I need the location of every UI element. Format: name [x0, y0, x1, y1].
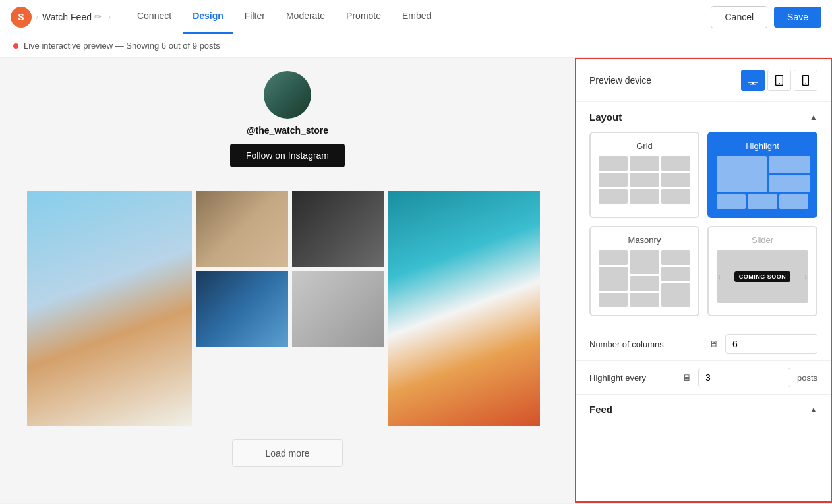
layout-option-slider[interactable]: Slider COMING SOON ‹ ›	[707, 226, 817, 316]
feed-username: @the_watch_store	[230, 125, 345, 136]
load-more-button[interactable]: Load more	[232, 439, 343, 467]
photo-cell-6	[292, 271, 384, 347]
feed-name: Watch Feed	[42, 12, 92, 22]
nav-tabs: Connect Design Filter Moderate Promote E…	[128, 0, 440, 34]
tab-embed[interactable]: Embed	[393, 0, 440, 34]
columns-setting-row: Number of columns 🖥	[576, 327, 831, 360]
photo-cell-5	[196, 271, 288, 347]
tab-connect[interactable]: Connect	[128, 0, 181, 34]
save-button[interactable]: Save	[774, 7, 821, 28]
status-text: Live interactive preview — Showing 6 out…	[24, 41, 220, 51]
layout-option-masonry[interactable]: Masonry	[589, 226, 699, 316]
layout-options: Grid Highlight	[576, 132, 831, 327]
photo-cell-1	[27, 191, 192, 426]
layout-grid-label: Grid	[599, 141, 690, 151]
photo-image-4	[388, 191, 540, 426]
slider-left-arrow: ‹	[718, 273, 720, 281]
feed-section-header[interactable]: Feed ▲	[576, 394, 831, 424]
photo-image-3	[292, 191, 384, 267]
svg-rect-1	[752, 82, 754, 84]
layout-highlight-label: Highlight	[717, 141, 808, 151]
photo-cell-3	[292, 191, 384, 267]
mini-highlight-bottom	[717, 194, 808, 209]
device-tablet-button[interactable]	[767, 70, 791, 91]
status-bar: Live interactive preview — Showing 6 out…	[0, 34, 832, 58]
mini-highlight-top	[717, 156, 808, 192]
feed-header: @the_watch_store Follow on Instagram	[230, 71, 345, 167]
main-layout: @the_watch_store Follow on Instagram	[0, 58, 832, 503]
device-mobile-button[interactable]	[794, 70, 817, 91]
photo-image-5	[196, 271, 288, 347]
photo-cell-4	[388, 191, 540, 426]
follow-instagram-button[interactable]: Follow on Instagram	[230, 144, 345, 167]
photo-grid	[27, 191, 548, 426]
columns-input[interactable]	[725, 334, 817, 354]
layout-section-title: Layout	[589, 111, 622, 123]
photo-image-1	[27, 191, 192, 426]
mini-grid-preview	[599, 156, 690, 204]
svg-point-4	[779, 83, 780, 84]
device-desktop-button[interactable]	[741, 70, 765, 91]
logo: S	[11, 7, 32, 28]
photo-image-6	[292, 271, 384, 347]
preview-device-label: Preview device	[589, 75, 651, 86]
live-indicator	[13, 43, 18, 49]
preview-device-section: Preview device	[576, 59, 831, 102]
posts-suffix: posts	[797, 373, 817, 383]
edit-icon[interactable]: ✏	[94, 12, 102, 22]
highlight-monitor-icon: 🖥	[682, 372, 692, 383]
cancel-button[interactable]: Cancel	[711, 6, 767, 28]
breadcrumb-chevron-1: ›	[36, 13, 38, 22]
tab-filter[interactable]: Filter	[235, 0, 274, 34]
mini-slider-preview: COMING SOON ‹ ›	[717, 250, 808, 303]
avatar-image	[264, 71, 311, 119]
right-panel: Preview device Layout ▲ Grid	[575, 58, 832, 503]
layout-masonry-label: Masonry	[599, 235, 690, 245]
layout-slider-label: Slider	[717, 235, 808, 245]
tab-moderate[interactable]: Moderate	[277, 0, 334, 34]
columns-label: Number of columns	[589, 339, 703, 349]
svg-point-6	[805, 83, 806, 84]
mini-masonry-preview	[599, 250, 690, 307]
device-icons	[741, 70, 817, 91]
svg-rect-0	[748, 76, 758, 82]
svg-rect-2	[750, 84, 756, 85]
columns-monitor-icon: 🖥	[709, 339, 719, 349]
layout-chevron-icon: ▲	[810, 113, 817, 122]
layout-option-highlight[interactable]: Highlight	[707, 132, 817, 218]
top-nav: S › Watch Feed ✏ › Connect Design Filter…	[0, 0, 832, 34]
photo-image-2	[196, 191, 288, 267]
tab-promote[interactable]: Promote	[337, 0, 390, 34]
highlight-every-label: Highlight every	[589, 373, 676, 383]
breadcrumb-chevron-2: ›	[108, 13, 111, 22]
photo-cell-2	[196, 191, 288, 267]
preview-panel: @the_watch_store Follow on Instagram	[0, 58, 575, 503]
slider-right-arrow: ›	[805, 273, 807, 281]
nav-actions: Cancel Save	[711, 6, 821, 28]
tab-design[interactable]: Design	[183, 0, 233, 34]
feed-chevron-icon: ▲	[810, 405, 817, 414]
avatar	[264, 71, 311, 119]
feed-section-title: Feed	[589, 404, 612, 415]
layout-option-grid[interactable]: Grid	[589, 132, 699, 218]
highlight-every-row: Highlight every 🖥 posts	[576, 360, 831, 394]
highlight-every-input[interactable]	[698, 368, 790, 387]
layout-section-header[interactable]: Layout ▲	[576, 102, 831, 132]
